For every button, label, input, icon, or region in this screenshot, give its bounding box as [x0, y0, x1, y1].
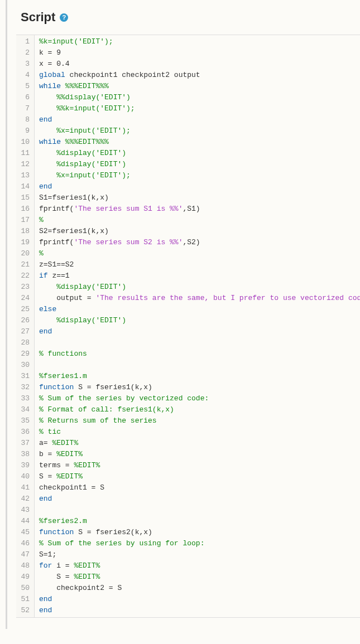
line-number: 26 — [20, 315, 30, 326]
code-line[interactable]: %display('EDIT') — [39, 159, 360, 170]
code-token: z=S1==S2 — [39, 260, 74, 269]
code-line[interactable]: terms = %EDIT% — [39, 460, 360, 471]
line-number: 27 — [20, 326, 30, 337]
code-token: while — [39, 82, 61, 90]
code-line[interactable]: while %%%EDIT%%% — [39, 81, 360, 92]
code-editor[interactable]: 1234567891011121314151617181920212223242… — [16, 35, 360, 618]
code-line[interactable]: a= %EDIT% — [39, 438, 360, 449]
code-line[interactable]: global checkpoint1 checkpoint2 output — [39, 70, 360, 81]
code-line[interactable] — [39, 360, 360, 371]
code-token: % Returns sum of the series — [39, 417, 157, 425]
code-line[interactable]: %x=input('EDIT'); — [39, 170, 360, 181]
code-token: S = — [39, 573, 74, 581]
panel-title: Script — [21, 10, 55, 25]
code-line[interactable]: %fseries1.m — [39, 371, 360, 382]
code-line[interactable]: function S = fseries1(k,x) — [39, 382, 360, 393]
panel-header: Script ? — [16, 6, 360, 35]
code-line[interactable]: while %%%EDIT%%% — [39, 137, 360, 148]
code-line[interactable]: % tic — [39, 427, 360, 438]
code-line[interactable]: % Sum of the series by vectorized code: — [39, 393, 360, 404]
code-line[interactable]: S = %EDIT% — [39, 572, 360, 583]
line-number: 8 — [20, 114, 30, 125]
code-line[interactable]: for i = %EDIT% — [39, 560, 360, 572]
code-token: %x=input('EDIT'); — [56, 127, 131, 135]
code-token: S2=fseries1(k,x) — [39, 227, 109, 235]
code-token — [39, 104, 56, 113]
line-number: 45 — [20, 527, 30, 538]
code-token: checkpoint1 checkpoint2 output — [65, 71, 200, 79]
code-token: i = — [52, 561, 74, 570]
code-line[interactable]: function S = fseries2(k,x) — [39, 527, 360, 538]
code-line[interactable]: % Returns sum of the series — [39, 415, 360, 427]
code-token: %EDIT% — [56, 472, 83, 481]
code-line[interactable]: checkpoint1 = S — [39, 482, 360, 493]
code-line[interactable]: x = 0.4 — [39, 59, 360, 70]
code-token: for — [39, 561, 52, 570]
code-area[interactable]: %k=input('EDIT');k = 9x = 0.4global chec… — [35, 35, 360, 617]
code-token: S1=fseries1(k,x) — [39, 193, 109, 202]
code-token: a= — [39, 439, 52, 447]
code-token: %k=input('EDIT'); — [39, 37, 113, 46]
code-line[interactable]: fprintf('The series sum S2 is %%',S2) — [39, 237, 360, 248]
code-line[interactable]: % functions — [39, 348, 360, 360]
help-icon[interactable]: ? — [60, 13, 68, 22]
code-token: function — [39, 528, 74, 536]
code-line[interactable]: S=1; — [39, 549, 360, 560]
code-line[interactable]: %display('EDIT') — [39, 148, 360, 159]
line-number: 14 — [20, 181, 30, 192]
code-line[interactable]: end — [39, 493, 360, 505]
code-line[interactable]: %x=input('EDIT'); — [39, 125, 360, 137]
code-token: %x=input('EDIT'); — [56, 171, 131, 180]
code-line[interactable]: end — [39, 326, 360, 337]
code-token: %EDIT% — [74, 573, 100, 581]
code-line[interactable]: end — [39, 181, 360, 192]
code-line[interactable]: end — [39, 114, 360, 125]
code-token: %display('EDIT') — [56, 149, 126, 157]
code-line[interactable]: checkpoint2 = S — [39, 583, 360, 594]
line-number: 2 — [20, 47, 30, 59]
code-line[interactable]: S2=fseries1(k,x) — [39, 226, 360, 237]
code-line[interactable]: fprintf('The series sum S1 is %%',S1) — [39, 204, 360, 215]
code-line[interactable] — [39, 337, 360, 348]
code-line[interactable]: %fseries2.m — [39, 516, 360, 527]
code-line[interactable]: z=S1==S2 — [39, 259, 360, 270]
line-number: 40 — [20, 471, 30, 482]
line-number: 52 — [20, 605, 30, 616]
code-token — [61, 82, 65, 90]
code-line[interactable]: S1=fseries1(k,x) — [39, 192, 360, 204]
code-token: fprintf( — [39, 238, 74, 246]
code-line[interactable]: S = %EDIT% — [39, 471, 360, 482]
code-line[interactable]: %%display('EDIT') — [39, 92, 360, 103]
code-token: %%display('EDIT') — [56, 93, 131, 101]
code-line[interactable]: % — [39, 215, 360, 226]
code-line[interactable]: % — [39, 248, 360, 259]
code-line[interactable]: % Sum of the series by using for loop: — [39, 538, 360, 549]
code-line[interactable]: if z==1 — [39, 270, 360, 282]
code-line[interactable]: % Format of call: fseries1(k,x) — [39, 404, 360, 415]
code-token — [39, 127, 56, 135]
code-line[interactable]: %display('EDIT') — [39, 315, 360, 326]
code-line[interactable]: k = 9 — [39, 47, 360, 59]
code-line[interactable]: else — [39, 304, 360, 315]
code-token: %fseries1.m — [39, 372, 87, 380]
code-line[interactable]: %%k=input('EDIT'); — [39, 103, 360, 114]
line-number: 43 — [20, 505, 30, 516]
code-line[interactable]: output = 'The results are the same, but … — [39, 293, 360, 304]
code-line[interactable]: end — [39, 605, 360, 616]
code-token: end — [39, 327, 52, 336]
line-number: 21 — [20, 259, 30, 270]
code-token: %fseries2.m — [39, 517, 87, 525]
line-number: 20 — [20, 248, 30, 259]
code-token: %%k=input('EDIT'); — [56, 104, 135, 113]
code-line[interactable]: %k=input('EDIT'); — [39, 36, 360, 47]
code-token: if — [39, 272, 48, 280]
code-token: %EDIT% — [56, 450, 83, 458]
code-line[interactable]: end — [39, 594, 360, 605]
code-line[interactable]: b = %EDIT% — [39, 449, 360, 460]
code-line[interactable] — [39, 505, 360, 516]
code-token: % — [39, 249, 44, 258]
line-number: 25 — [20, 304, 30, 315]
code-token: % tic — [39, 428, 61, 436]
code-line[interactable]: %display('EDIT') — [39, 282, 360, 293]
line-number: 51 — [20, 594, 30, 605]
